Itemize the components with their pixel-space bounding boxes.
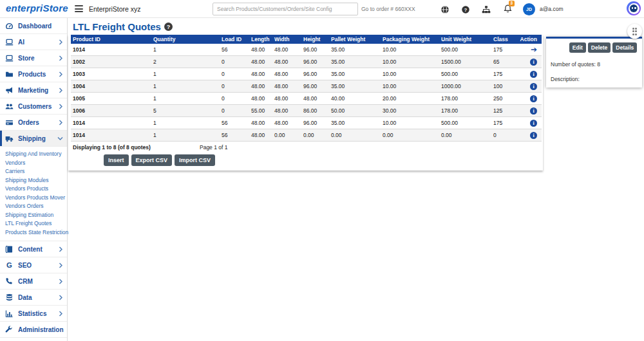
cell: 0 (220, 105, 249, 117)
import-csv-button[interactable]: Import CSV (175, 154, 215, 166)
submenu-item-vendors-products-mover[interactable]: Vendors Products Mover (5, 194, 67, 203)
cell: 1000.00 (439, 80, 491, 93)
selected-arrow-icon[interactable]: ➔ (531, 45, 537, 54)
cell: 500.00 (439, 117, 491, 129)
details-button[interactable]: Details (612, 42, 637, 53)
gauge-icon (5, 22, 14, 30)
sidebar-item-seo[interactable]: GSEO (0, 257, 67, 273)
folder-icon (5, 70, 14, 78)
cell: 48.00 (272, 80, 301, 93)
info-icon[interactable]: i (530, 132, 537, 139)
sidebar-item-statistics[interactable]: Statistics (0, 306, 67, 322)
cell-product-id: 1014 (71, 117, 151, 129)
cell: 175 (491, 117, 515, 129)
table-row[interactable]: 10041048.0048.0096.0035.0010.001000.0010… (71, 80, 542, 93)
table-row[interactable]: 10065055.0048.0086.0050.0030.00178.00125… (71, 105, 542, 117)
sitemap-icon[interactable] (482, 5, 491, 14)
cell: 5 (151, 105, 220, 117)
notification-badge: 3 (509, 1, 515, 6)
sidebar-item-marketing[interactable]: Marketing (0, 82, 67, 98)
cell: 1 (151, 117, 220, 129)
help-icon[interactable]: ? (461, 5, 470, 14)
sidebar-item-data[interactable]: Data (0, 290, 67, 306)
submenu-item-vendors-products[interactable]: Vendors Products (5, 185, 67, 194)
sidebar-item-label: CRM (18, 278, 59, 285)
sidebar-nav: DashboardAIStoreProductsMarketingCustome… (0, 18, 68, 341)
sidebar-item-label: Content (18, 246, 59, 253)
cell: 56 (220, 129, 249, 142)
table-row[interactable]: 101415648.0048.0096.0035.0010.00500.0017… (71, 44, 542, 56)
submenu-item-vendors[interactable]: Vendors (5, 159, 67, 168)
export-csv-button[interactable]: Export CSV (131, 154, 173, 166)
submenu-item-shipping-and-inventory[interactable]: Shipping And Inventory (5, 150, 67, 159)
submenu-item-carriers[interactable]: Carriers (5, 167, 67, 176)
sidebar-item-shipping[interactable]: Shipping (0, 131, 67, 147)
sidebar-item-customers[interactable]: Customers (0, 98, 67, 115)
info-icon[interactable]: i (530, 83, 537, 90)
cell: 1 (151, 44, 220, 56)
submenu-item-shipping-modules[interactable]: Shipping Modules (5, 176, 67, 185)
chevron-right-icon (59, 71, 63, 77)
sidebar-item-administration[interactable]: Administration (0, 322, 67, 338)
info-icon[interactable]: i (530, 120, 537, 127)
delete-button[interactable]: Delete (588, 42, 611, 53)
info-icon[interactable]: i (530, 71, 537, 78)
order-lookup-input[interactable] (361, 3, 432, 15)
cell-action: i (515, 68, 542, 80)
sidebar-item-content[interactable]: Content (0, 241, 67, 257)
sidebar-item-ai[interactable]: AI (0, 34, 67, 50)
accessibility-icon[interactable] (627, 1, 641, 15)
chevron-right-icon (59, 295, 63, 300)
cell: 48.00 (249, 44, 272, 56)
svg-text:G: G (6, 261, 12, 269)
user-avatar[interactable]: JD (523, 3, 535, 15)
submenu-item-vendors-orders[interactable]: Vendors Orders (5, 202, 67, 211)
cell: 35.00 (329, 56, 381, 68)
sidebar-item-store[interactable]: Store (0, 50, 67, 66)
cell-product-id: 1014 (71, 44, 151, 56)
cell: 40.00 (329, 93, 381, 105)
sidebar-item-crm[interactable]: CRM (0, 273, 67, 290)
notifications-bell-icon[interactable]: 3 (503, 4, 513, 15)
hamburger-menu-icon[interactable] (75, 5, 83, 12)
search-input[interactable] (213, 3, 358, 15)
cell: 48.00 (272, 56, 301, 68)
chevron-right-icon (59, 39, 63, 45)
sidebar-item-label: Administration (18, 326, 64, 333)
cell-action: i (515, 80, 542, 93)
submenu-item-ltl-freight-quotes[interactable]: LTL Freight Quotes (5, 219, 67, 228)
user-email: a@a.com (540, 6, 564, 12)
sidebar-item-products[interactable]: Products (0, 66, 67, 82)
cell: 1 (151, 80, 220, 93)
table-row[interactable]: 10051048.0048.0048.0040.0020.00178.00250… (71, 93, 542, 105)
submenu-item-products-state-restriction[interactable]: Products State Restriction (5, 228, 67, 237)
app-logo[interactable]: enterpriStore (6, 3, 68, 14)
table-row[interactable]: 10031048.0048.0096.0035.0010.00500.00175… (71, 68, 542, 80)
table-row[interactable]: 10022048.0048.0096.0035.0010.001500.0065… (71, 56, 542, 68)
globe-icon[interactable] (440, 5, 450, 14)
cell: 65 (491, 56, 515, 68)
sidebar-item-label: AI (18, 39, 59, 46)
cell: 1 (151, 129, 220, 142)
drag-handle-icon[interactable] (627, 24, 642, 39)
cell: 10.00 (381, 44, 439, 56)
info-icon[interactable]: i (530, 59, 537, 66)
page-help-icon[interactable]: ? (164, 23, 173, 31)
cell: 96.00 (301, 68, 329, 80)
sidebar-item-dashboard[interactable]: Dashboard (0, 18, 67, 34)
quote-details-panel: EditDeleteDetails Number of quotes: 8 De… (546, 37, 642, 88)
book-icon (5, 245, 14, 253)
cell: 10.00 (381, 80, 439, 93)
table-row[interactable]: 101415648.000.000.000.000.000.000i (71, 129, 542, 142)
info-icon[interactable]: i (530, 107, 537, 115)
cell: 178.00 (439, 93, 491, 105)
info-icon[interactable]: i (530, 95, 537, 102)
submenu-item-shipping-estimation[interactable]: Shipping Estimation (5, 211, 67, 220)
table-row[interactable]: 101415648.0048.0096.0035.0010.00500.0017… (71, 117, 542, 129)
cell: 96.00 (301, 117, 329, 129)
cell: 0 (491, 129, 515, 142)
sidebar-item-orders[interactable]: Orders (0, 115, 67, 131)
insert-button[interactable]: Insert (104, 154, 129, 166)
cell: 1 (151, 68, 220, 80)
edit-button[interactable]: Edit (569, 42, 586, 53)
